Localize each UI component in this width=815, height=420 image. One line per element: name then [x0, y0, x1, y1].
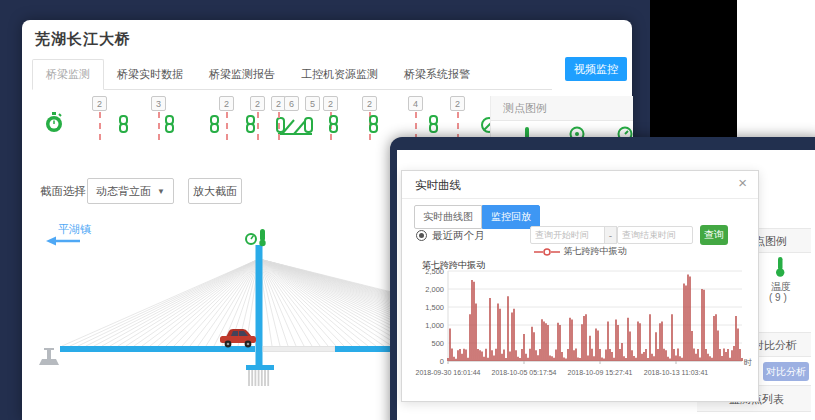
- bridge-deck: [60, 346, 255, 352]
- bridge-pier: [39, 348, 59, 365]
- sensor-count-badge: 2: [362, 96, 377, 111]
- curve-dialog: 实时曲线 × 实时曲线图监控回放 最近两个月 - 查询 第七跨跨中振动 第七跨跨…: [401, 170, 759, 402]
- sensor-dashed-line: [278, 112, 280, 140]
- app-background: 芜湖长江大桥 桥梁监测桥梁实时数据桥梁监测报告工控机资源监测桥梁系统报警 视频监…: [0, 0, 815, 420]
- direction-arrow-icon: [46, 237, 80, 246]
- compare-section-title: 对比分析: [753, 338, 797, 353]
- sensor-dashed-line: [226, 112, 228, 140]
- bridge-deck-segment: [263, 347, 335, 352]
- section-select-dropdown[interactable]: 动态背立面 ▼: [87, 178, 174, 204]
- query-button[interactable]: 查询: [700, 225, 728, 245]
- chain-link-icon[interactable]: [368, 115, 379, 137]
- x-tick-label: 2018-09-30 16:01:44: [416, 369, 481, 376]
- sensor-dashed-line: [457, 112, 459, 140]
- sensor-count-badge: 2: [450, 96, 465, 111]
- chart-legend-label: 第七跨跨中振动: [564, 245, 627, 258]
- vibration-chart[interactable]: 05001,0001,5002,0002,5002018-09-30 16:01…: [412, 265, 752, 395]
- chain-link-icon[interactable]: [245, 115, 256, 137]
- dialog-tab-1[interactable]: 实时曲线图: [414, 205, 482, 229]
- chevron-down-icon: ▼: [157, 187, 165, 196]
- recent-two-months-radio[interactable]: [416, 230, 427, 241]
- query-start-input[interactable]: [530, 226, 606, 244]
- sensor-dashed-line: [415, 112, 417, 140]
- tower-pier-cap: [246, 365, 274, 370]
- chain-link-icon[interactable]: [209, 115, 220, 137]
- close-icon[interactable]: ×: [738, 175, 747, 190]
- stopwatch-icon[interactable]: [44, 110, 64, 134]
- svg-text:1,000: 1,000: [425, 321, 444, 330]
- tower-sensor-icon: [246, 229, 266, 246]
- chain-link-icon[interactable]: [428, 115, 439, 137]
- sensor-count-badge: 2: [92, 96, 107, 111]
- vibration-series: [448, 275, 742, 361]
- sensor-count-badge: 2: [250, 96, 265, 111]
- svg-text:时间: 时间: [744, 358, 752, 367]
- svg-text:2,000: 2,000: [425, 285, 444, 294]
- x-tick-label: 2018-10-05 05:17:54: [492, 369, 557, 376]
- dialog-title: 实时曲线: [415, 178, 461, 193]
- sensor-count-badge: 5: [305, 96, 320, 111]
- tower-pier-hatch: [249, 370, 268, 386]
- legend-marker-icon: [534, 248, 560, 256]
- direction-label: 平湖镇: [58, 223, 91, 235]
- chain-link-icon[interactable]: [118, 115, 129, 137]
- x-tick-label: 2018-10-13 11:03:41: [644, 369, 709, 376]
- sensor-count-badge: 4: [408, 96, 423, 111]
- bridge-sensor-icon[interactable]: [274, 112, 316, 140]
- section-select-value: 动态背立面: [96, 184, 151, 199]
- radio-label: 最近两个月: [432, 229, 485, 243]
- temperature-count: ( 9 ): [769, 292, 787, 303]
- date-separator: -: [604, 226, 617, 244]
- chart-legend[interactable]: 第七跨跨中振动: [402, 245, 758, 258]
- black-region: [650, 0, 737, 143]
- chain-link-icon[interactable]: [328, 115, 339, 137]
- chain-link-icon[interactable]: [164, 115, 175, 137]
- svg-text:0: 0: [440, 357, 444, 366]
- sensor-count-badge: 2: [323, 96, 338, 111]
- overlay-window: 测点图例 温度 ( 9 ) 对比分析 对比分析 监测点列表 实时曲线 × 实时曲…: [390, 137, 815, 420]
- sensor-count-badge: 3: [151, 96, 166, 111]
- svg-text:1,500: 1,500: [425, 303, 444, 312]
- legend-panel-title: 测点图例: [491, 96, 633, 121]
- sensor-dashed-line: [158, 112, 160, 140]
- sensor-dashed-line: [257, 112, 259, 140]
- bridge-tower: [256, 245, 263, 367]
- dialog-tab-group: 实时曲线图监控回放: [414, 205, 540, 229]
- dialog-header: 实时曲线 ×: [402, 171, 758, 199]
- temperature-icon[interactable]: [773, 256, 787, 278]
- sensor-count-badge: 2: [219, 96, 234, 111]
- white-region: [737, 0, 815, 143]
- zoom-section-button[interactable]: 放大截面: [188, 178, 242, 204]
- sensor-dashed-line: [99, 112, 101, 140]
- compare-analysis-button[interactable]: 对比分析: [763, 362, 809, 381]
- query-end-input[interactable]: [617, 226, 693, 244]
- sensor-count-badge: 6: [284, 96, 299, 111]
- svg-text:500: 500: [431, 339, 444, 348]
- x-tick-label: 2018-10-09 15:27:41: [568, 369, 633, 376]
- svg-text:2,500: 2,500: [425, 267, 444, 276]
